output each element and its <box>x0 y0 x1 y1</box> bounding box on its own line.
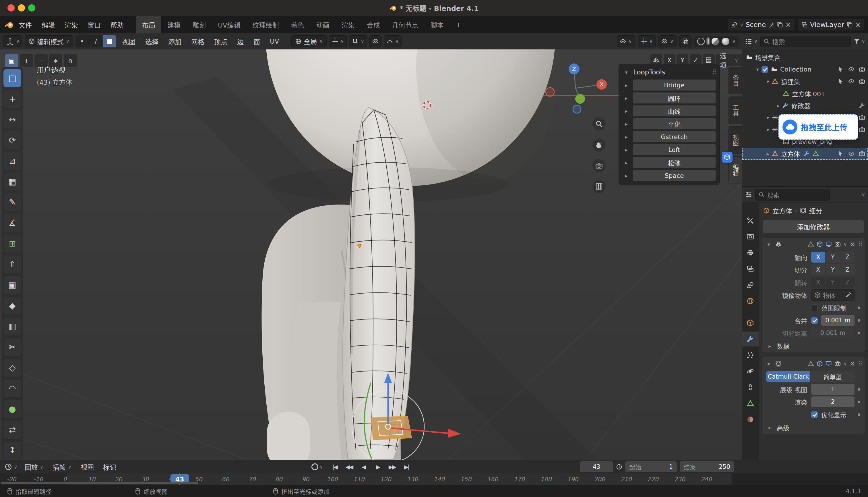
drag-handle-icon[interactable]: ⠿ <box>712 69 716 76</box>
eyedropper-icon[interactable] <box>845 292 851 298</box>
select-extend-button[interactable]: + <box>20 54 33 67</box>
tool-inset-faces[interactable]: ▣ <box>3 276 21 294</box>
expand-icon[interactable]: ▸ <box>774 102 782 109</box>
expand-icon[interactable]: ▸ <box>622 173 630 179</box>
collection-checkbox[interactable] <box>762 66 768 73</box>
workspace-tab-layout[interactable]: 布局 <box>136 16 161 33</box>
merge-checkbox[interactable] <box>811 317 818 324</box>
camera-icon[interactable] <box>859 114 865 120</box>
camera-icon[interactable] <box>859 126 865 133</box>
menu-file[interactable]: 文件 <box>14 16 37 33</box>
next-keyframe-button[interactable]: ▶▶ <box>385 461 399 472</box>
outliner-row-cube-selected[interactable]: ▸ 立方体 <box>742 148 868 160</box>
bisect-y-button[interactable]: Y <box>826 264 840 275</box>
mirror-axis-x-button[interactable]: X <box>811 252 825 262</box>
chevron-down-icon[interactable]: ∨ <box>862 192 865 197</box>
outliner-row-cube-001-data[interactable]: 立方体.001 <box>742 87 868 99</box>
workspace-tab-compositing[interactable]: 合成 <box>361 16 386 33</box>
looptools-space-button[interactable]: Space <box>633 170 716 181</box>
modifier-extras-icon[interactable]: ∨ <box>843 361 847 366</box>
zoom-view-button[interactable] <box>592 117 606 130</box>
merge-threshold-field[interactable]: 0.001 m <box>821 315 854 326</box>
pan-view-button[interactable] <box>592 139 606 152</box>
drag-handle-icon[interactable]: ⠿ <box>858 241 862 248</box>
breadcrumb-modifier[interactable]: 细分 <box>809 206 822 215</box>
menu-vertex[interactable]: 顶点 <box>210 33 231 49</box>
shading-rendered-button[interactable] <box>722 38 730 45</box>
menu-view[interactable]: 视图 <box>119 33 139 49</box>
mirror-data-subpanel[interactable]: ▸ 数据 <box>762 339 865 353</box>
outliner-row-scene-collection[interactable]: 场景集合 <box>742 51 868 63</box>
workspace-tab-uv-editing[interactable]: UV编辑 <box>212 16 247 33</box>
menu-marker[interactable]: 标记 <box>99 460 120 473</box>
tool-smooth[interactable]: ● <box>3 400 21 418</box>
timeline-scrollbar[interactable] <box>1 482 198 484</box>
outliner-row-modifiers[interactable]: ▸ 修改器 <box>742 99 868 112</box>
jump-to-end-button[interactable]: ▶| <box>400 461 413 472</box>
current-frame-field[interactable]: 43 <box>580 462 613 472</box>
pin-icon[interactable] <box>768 22 775 28</box>
bisect-x-button[interactable]: X <box>811 264 825 275</box>
scene-selector[interactable]: ∨ Scene × <box>727 19 795 31</box>
tab-world[interactable] <box>742 294 759 309</box>
optimal-display-checkbox[interactable] <box>811 411 818 418</box>
eye-icon[interactable] <box>848 151 854 157</box>
tool-spin[interactable]: ◠ <box>3 380 21 397</box>
delete-modifier-icon[interactable]: × <box>850 241 855 247</box>
clipping-checkbox[interactable] <box>811 304 818 311</box>
selectable-icon[interactable] <box>838 66 844 72</box>
camera-icon[interactable] <box>859 151 865 157</box>
add-modifier-button[interactable]: 添加修改器 <box>763 220 864 233</box>
previous-keyframe-button[interactable]: ◀◀ <box>342 461 356 472</box>
mirror-object-field[interactable]: 物体 <box>811 289 854 301</box>
flip-z-button[interactable]: Z <box>840 277 854 288</box>
looptools-circle-button[interactable]: 圆环 <box>633 92 716 104</box>
looptools-relax-button[interactable]: 松弛 <box>633 157 716 168</box>
tool-knife[interactable]: ✂ <box>3 338 21 356</box>
menu-uv[interactable]: UV <box>266 33 283 49</box>
tool-transform[interactable]: ▦ <box>3 173 21 190</box>
workspace-tab-scripting[interactable]: 脚本 <box>425 16 450 33</box>
breadcrumb-object[interactable]: 立方体 <box>773 206 792 215</box>
tool-loop-cut[interactable]: ▥ <box>3 317 21 335</box>
tab-material[interactable] <box>742 412 759 427</box>
tool-measure[interactable]: ∡ <box>3 214 21 232</box>
menu-edge[interactable]: 边 <box>233 33 247 49</box>
expand-icon[interactable]: ▸ <box>622 82 630 88</box>
tab-particles[interactable] <box>742 347 759 363</box>
tab-constraints[interactable] <box>742 380 759 395</box>
display-edit-mode-toggle[interactable] <box>816 360 823 367</box>
looptools-gstretch-button[interactable]: Gstretch <box>633 131 716 142</box>
shading-solid-button[interactable] <box>706 37 710 45</box>
expand-icon[interactable]: ▸ <box>622 134 630 140</box>
workspace-tab-sculpting[interactable]: 雕刻 <box>187 16 212 33</box>
display-render-toggle[interactable] <box>835 360 841 367</box>
timeline-ruler[interactable]: -20-100102030405060708090100110120130140… <box>0 473 868 485</box>
visibility-dropdown[interactable]: ∨ <box>617 36 635 47</box>
display-realtime-toggle[interactable] <box>825 241 832 247</box>
properties-search-input[interactable]: 搜索 <box>755 189 830 200</box>
blender-menu-button[interactable] <box>4 20 14 29</box>
viewport-canvas[interactable]: ▣ + − ∗ ∩ X Y Z 选项 ∨ 用户透视 (43) 立方体 □ + ↔… <box>0 49 742 460</box>
display-on-cage-toggle[interactable] <box>808 241 814 247</box>
play-button[interactable]: ▶ <box>371 461 384 472</box>
tab-tool[interactable] <box>742 213 759 228</box>
sidebar-tab-tool[interactable]: 工具 <box>729 97 742 124</box>
tool-rotate[interactable]: ⟳ <box>3 131 21 149</box>
new-viewlayer-icon[interactable] <box>847 22 853 28</box>
expand-icon[interactable]: ▸ <box>764 151 772 157</box>
flip-x-button[interactable]: X <box>811 277 825 288</box>
axis-y-ball[interactable] <box>575 94 585 104</box>
display-edit-mode-toggle[interactable] <box>816 241 823 247</box>
viewlayer-selector[interactable]: ViewLayer × <box>798 19 865 31</box>
subdivision-advanced-subpanel[interactable]: ▸ 高级 <box>762 421 865 434</box>
minimize-window-button[interactable] <box>18 4 25 12</box>
tool-cursor[interactable]: + <box>3 90 21 108</box>
tab-view-layer[interactable] <box>742 261 759 276</box>
tool-annotate[interactable]: ✎ <box>3 193 21 211</box>
new-scene-icon[interactable] <box>777 22 783 28</box>
mirror-axis-y-button[interactable]: Y <box>826 252 840 262</box>
outliner-filter-button[interactable]: ∨ <box>854 38 865 44</box>
chevron-down-icon[interactable]: ∨ <box>732 39 736 44</box>
select-mode-vertex-button[interactable]: • <box>75 36 89 47</box>
